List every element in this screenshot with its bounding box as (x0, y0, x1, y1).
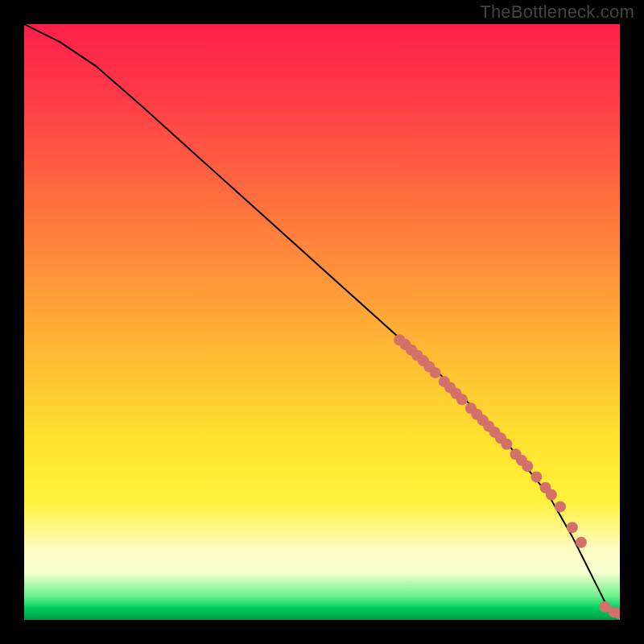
data-marker (522, 460, 533, 472)
plot-area (24, 24, 620, 620)
data-marker (546, 489, 557, 501)
data-marker (567, 522, 578, 533)
watermark-text: TheBottleneck.com (480, 2, 634, 23)
marker-series (394, 334, 620, 619)
data-marker (530, 471, 542, 482)
line-series (24, 24, 620, 614)
chart-overlay (24, 24, 620, 620)
chart-frame: TheBottleneck.com (0, 0, 644, 644)
data-marker (576, 537, 587, 548)
data-marker (430, 367, 441, 378)
data-marker (555, 501, 566, 512)
data-marker (456, 394, 468, 405)
data-marker (501, 439, 512, 450)
curve-line (24, 24, 620, 614)
